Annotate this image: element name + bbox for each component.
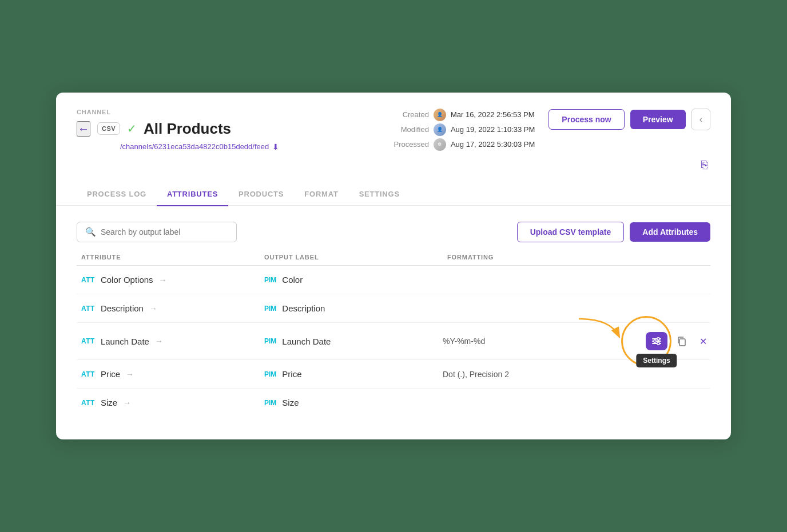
settings-sliders-icon xyxy=(651,336,662,346)
formatting-cell: %Y-%m-%d xyxy=(443,332,710,350)
tabs: PROCESS LOG ATTRIBUTES PRODUCTS FORMAT S… xyxy=(56,183,731,206)
search-box[interactable]: 🔍 xyxy=(77,222,237,242)
svg-point-4 xyxy=(654,340,656,342)
arrow-icon: → xyxy=(149,304,157,313)
page-header: CHANNEL ← CSV ✓ All Products /channels/6… xyxy=(56,93,731,151)
attribute-cell: ATT Size → xyxy=(77,398,260,407)
copy-row-button[interactable] xyxy=(673,334,690,349)
table-header: ATTRIBUTE OUTPUT LABEL FORMATTING xyxy=(77,254,710,266)
attributes-toolbar: 🔍 Upload CSV template Add Attributes xyxy=(77,222,710,242)
attribute-cell: ATT Description → xyxy=(77,303,260,313)
modified-date: Aug 19, 2022 1:10:33 PM xyxy=(451,125,535,134)
table-row: ATT Description → PIM Description xyxy=(77,294,710,323)
formatting-value: Dot (.), Precision 2 xyxy=(443,370,509,379)
search-input[interactable] xyxy=(101,227,228,237)
delete-row-button[interactable]: ✕ xyxy=(696,334,710,349)
arrow-icon: → xyxy=(159,275,167,285)
header-left: CHANNEL ← CSV ✓ All Products /channels/6… xyxy=(77,109,279,151)
pim-badge: PIM xyxy=(264,305,276,313)
process-now-button[interactable]: Process now xyxy=(548,109,624,130)
att-badge: ATT xyxy=(81,337,95,345)
arrow-icon: → xyxy=(126,370,134,379)
table-row: ATT Price → PIM Price Dot (.), Precision… xyxy=(77,360,710,389)
meta-processed: Processed ⚙ Aug 17, 2022 5:30:03 PM xyxy=(390,138,535,151)
output-name: Color xyxy=(282,275,303,285)
att-badge: ATT xyxy=(81,370,95,378)
attr-name: Description xyxy=(101,303,144,313)
main-card: CHANNEL ← CSV ✓ All Products /channels/6… xyxy=(56,93,731,440)
meta-created: Created 👤 Mar 16, 2022 2:56:53 PM xyxy=(390,109,535,121)
search-icon: 🔍 xyxy=(85,227,96,237)
created-date: Mar 16, 2022 2:56:53 PM xyxy=(451,110,535,119)
output-label-cell: PIM Price xyxy=(260,369,443,379)
collapse-button[interactable]: ‹ xyxy=(691,109,710,130)
created-avatar: 👤 xyxy=(434,109,446,121)
col-header-formatting: FORMATTING xyxy=(443,254,710,261)
attr-name: Size xyxy=(101,398,117,407)
table-row: ATT Size → PIM Size xyxy=(77,389,710,417)
pim-badge: PIM xyxy=(264,370,276,378)
feed-url-link[interactable]: /channels/6231eca53da4822c0b15dedd/feed xyxy=(120,142,269,151)
output-name: Size xyxy=(282,398,299,407)
download-icon[interactable]: ⬇ xyxy=(272,142,279,151)
col-header-attribute: ATTRIBUTE xyxy=(77,254,260,261)
output-name: Price xyxy=(282,369,301,379)
attr-name: Color Options xyxy=(101,275,153,285)
tab-products[interactable]: PRODUCTS xyxy=(228,183,294,206)
upload-csv-button[interactable]: Upload CSV template xyxy=(517,222,625,242)
arrow-icon: → xyxy=(155,337,163,346)
output-label-cell: PIM Description xyxy=(260,303,443,313)
tab-settings[interactable]: SETTINGS xyxy=(349,183,410,206)
settings-tooltip: Settings xyxy=(636,354,677,367)
pim-badge: PIM xyxy=(264,399,276,407)
att-badge: ATT xyxy=(81,276,95,284)
output-label-cell: PIM Size xyxy=(260,398,443,407)
pim-badge: PIM xyxy=(264,337,276,345)
back-button[interactable]: ← xyxy=(77,121,90,137)
att-badge: ATT xyxy=(81,305,95,313)
formatting-value: %Y-%m-%d xyxy=(443,337,485,346)
modified-avatar: 👤 xyxy=(434,123,446,136)
attr-name: Price xyxy=(101,369,120,379)
att-badge: ATT xyxy=(81,399,95,407)
content-area: 🔍 Upload CSV template Add Attributes ATT… xyxy=(56,206,731,417)
add-attributes-button[interactable]: Add Attributes xyxy=(630,222,710,242)
processed-avatar: ⚙ xyxy=(434,138,446,151)
title-row: ← CSV ✓ All Products xyxy=(77,120,279,138)
settings-icon-button[interactable]: Settings xyxy=(646,332,667,350)
csv-badge: CSV xyxy=(97,122,120,135)
col-header-output-label: OUTPUT LABEL xyxy=(260,254,443,261)
svg-rect-6 xyxy=(679,339,685,346)
output-label-cell: PIM Launch Date xyxy=(260,337,443,346)
attribute-cell: ATT Price → xyxy=(77,369,260,379)
processed-date: Aug 17, 2022 5:30:03 PM xyxy=(451,140,535,149)
pim-badge: PIM xyxy=(264,276,276,284)
table-row: ATT Launch Date → PIM Launch Date %Y-%m-… xyxy=(77,323,710,360)
table-row: ATT Color Options → PIM Color xyxy=(77,266,710,294)
channel-label: CHANNEL xyxy=(77,109,279,115)
attribute-cell: ATT Launch Date → xyxy=(77,337,260,346)
tab-attributes[interactable]: ATTRIBUTES xyxy=(157,183,228,206)
attr-name: Launch Date xyxy=(101,337,149,346)
attribute-cell: ATT Color Options → xyxy=(77,275,260,285)
row-actions: Settings ✕ xyxy=(646,332,710,350)
meta-modified: Modified 👤 Aug 19, 2022 1:10:33 PM xyxy=(390,123,535,136)
svg-point-5 xyxy=(657,342,659,345)
output-name: Launch Date xyxy=(282,337,331,346)
header-right: Created 👤 Mar 16, 2022 2:56:53 PM Modifi… xyxy=(390,109,710,151)
header-buttons: Process now Preview ‹ xyxy=(548,109,710,130)
tab-process-log[interactable]: PROCESS LOG xyxy=(77,183,157,206)
preview-button[interactable]: Preview xyxy=(630,110,686,129)
copy-icon-corner: ⎘ xyxy=(56,156,731,174)
tab-format[interactable]: FORMAT xyxy=(294,183,348,206)
page-title: All Products xyxy=(144,120,231,138)
header-meta: Created 👤 Mar 16, 2022 2:56:53 PM Modifi… xyxy=(390,109,535,151)
feed-url-row: /channels/6231eca53da4822c0b15dedd/feed … xyxy=(120,142,279,151)
copy-feed-button[interactable]: ⎘ xyxy=(699,156,710,174)
output-label-cell: PIM Color xyxy=(260,275,443,285)
output-name: Description xyxy=(282,303,325,313)
copy-icon xyxy=(677,336,687,346)
toolbar-right: Upload CSV template Add Attributes xyxy=(517,222,710,242)
formatting-cell: Dot (.), Precision 2 xyxy=(443,370,710,379)
check-icon: ✓ xyxy=(127,122,137,135)
